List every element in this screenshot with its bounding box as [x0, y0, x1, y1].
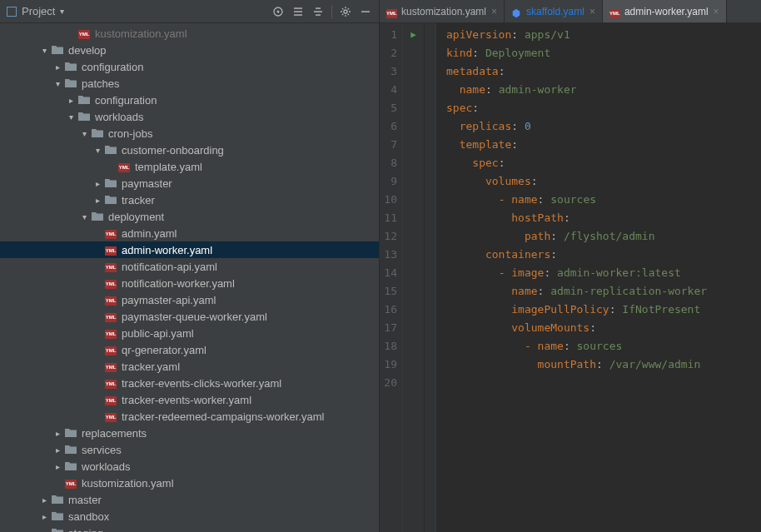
skaffold-icon	[511, 7, 521, 16]
twisty-icon[interactable]: ▸	[53, 462, 62, 470]
twisty-icon[interactable]: ▸	[40, 495, 48, 504]
tree-file[interactable]: YMLtemplate.yaml	[0, 158, 379, 175]
code-line[interactable]: spec:	[446, 99, 761, 117]
project-tool-window-button[interactable]: Project ▾	[7, 5, 64, 17]
tree-file[interactable]: YMLqr-generator.yaml	[0, 341, 379, 358]
editor-tab[interactable]: YMLkustomization.yaml×	[380, 0, 505, 22]
tree-folder[interactable]: ▸configuration	[0, 92, 379, 108]
tree-file[interactable]: YMLpaymaster-api.yaml	[0, 291, 379, 308]
yaml-file-icon: YML	[105, 327, 117, 339]
fold-gutter[interactable]	[425, 23, 436, 532]
code-line[interactable]: name: admin-replication-worker	[446, 282, 761, 301]
code-line[interactable]: imagePullPolicy: IfNotPresent	[446, 301, 761, 319]
yaml-file-icon: YML	[65, 477, 77, 489]
tree-item-label: staging	[68, 527, 103, 533]
tree-folder[interactable]: ▸services	[0, 441, 379, 458]
yaml-file-icon: YML	[105, 360, 117, 372]
code-content[interactable]: apiVersion: apps/v1kind: Deploymentmetad…	[436, 23, 761, 532]
tree-item-label: deployment	[108, 211, 164, 223]
tree-file[interactable]: YMLadmin.yaml	[0, 225, 379, 241]
code-line[interactable]: spec:	[446, 154, 761, 172]
code-line[interactable]: - name: sources	[446, 191, 761, 209]
tree-folder[interactable]: ▸tracker	[0, 191, 379, 208]
tree-file[interactable]: YMLnotification-worker.yaml	[0, 275, 379, 291]
run-icon[interactable]: ▶	[403, 26, 424, 44]
twisty-icon[interactable]: ▾	[93, 146, 102, 154]
tree-folder[interactable]: ▸master	[0, 491, 379, 508]
editor-tab[interactable]: skaffold.yaml×	[505, 0, 603, 22]
close-icon[interactable]: ×	[714, 6, 719, 17]
tree-folder[interactable]: ▾develop	[0, 42, 379, 58]
code-line[interactable]: replicas: 0	[446, 117, 761, 136]
project-tree[interactable]: YMLkustomization.yaml▾develop▸configurat…	[0, 23, 379, 532]
folder-icon	[65, 460, 77, 472]
tree-file[interactable]: YMLtracker-events-worker.yaml	[0, 391, 379, 408]
code-line[interactable]: name: admin-worker	[446, 81, 761, 99]
locate-icon[interactable]	[271, 5, 285, 18]
run-gutter[interactable]: ▶	[403, 23, 425, 532]
tree-item-label: admin-worker.yaml	[122, 244, 212, 256]
tree-folder[interactable]: ▾deployment	[0, 208, 379, 225]
code-line[interactable]: mountPath: /var/www/admin	[446, 355, 761, 374]
tree-file[interactable]: YMLnotification-api.yaml	[0, 258, 379, 275]
yaml-file-icon: YML	[105, 261, 117, 272]
twisty-icon[interactable]: ▾	[67, 112, 75, 121]
tree-file[interactable]: YMLtracker.yaml	[0, 358, 379, 375]
twisty-icon[interactable]: ▸	[53, 445, 62, 454]
twisty-icon[interactable]: ▾	[53, 79, 62, 87]
tree-folder[interactable]: ▾customer-onboarding	[0, 142, 379, 158]
tree-file[interactable]: YMLkustomization.yaml	[0, 475, 379, 491]
expand-all-icon[interactable]	[291, 5, 305, 18]
code-line[interactable]: path: /flyshot/admin	[446, 227, 761, 246]
tree-folder[interactable]: ▾patches	[0, 75, 379, 92]
twisty-icon[interactable]: ▾	[80, 129, 88, 137]
tree-item-label: qr-generator.yaml	[122, 344, 206, 356]
project-sidebar: Project ▾ YMLkustomization.yaml▾develop▸…	[0, 0, 380, 532]
code-line[interactable]: hostPath:	[446, 209, 761, 227]
tree-folder[interactable]: ▾workloads	[0, 108, 379, 125]
tree-file[interactable]: YMLpaymaster-queue-worker.yaml	[0, 308, 379, 325]
tree-folder[interactable]: ▸sandbox	[0, 508, 379, 525]
editor-tab[interactable]: YMLadmin-worker.yaml×	[603, 0, 727, 22]
code-line[interactable]: kind: Deployment	[446, 44, 761, 62]
code-line[interactable]: - image: admin-worker:latest	[446, 264, 761, 282]
tree-item-label: workloads	[82, 460, 131, 473]
tree-file[interactable]: YMLadmin-worker.yaml	[0, 241, 379, 258]
hide-icon[interactable]	[359, 5, 372, 18]
code-editor[interactable]: 1234567891011121314151617181920 ▶ apiVer…	[380, 23, 761, 532]
tree-file[interactable]: YMLtracker-redeemed-campaigns-worker.yam…	[0, 408, 379, 425]
tree-folder[interactable]: ▾cron-jobs	[0, 125, 379, 142]
tree-folder[interactable]: ▸workloads	[0, 458, 379, 475]
collapse-all-icon[interactable]	[311, 5, 325, 18]
tree-file[interactable]: YMLtracker-events-clicks-worker.yaml	[0, 375, 379, 391]
twisty-icon[interactable]: ▸	[93, 196, 102, 204]
twisty-icon[interactable]: ▾	[40, 46, 48, 54]
code-line[interactable]: apiVersion: apps/v1	[446, 26, 761, 44]
close-icon[interactable]: ×	[491, 6, 497, 17]
tree-folder[interactable]: ▸replacements	[0, 425, 379, 441]
tree-file[interactable]: YMLkustomization.yaml	[0, 25, 379, 42]
twisty-icon[interactable]: ▸	[40, 512, 48, 520]
code-line[interactable]: - name: sources	[446, 337, 761, 355]
tree-folder[interactable]: ▸configuration	[0, 58, 379, 75]
tree-item-label: tracker-events-clicks-worker.yaml	[122, 377, 281, 390]
twisty-icon[interactable]: ▸	[40, 529, 48, 532]
code-line[interactable]: metadata:	[446, 62, 761, 81]
code-line[interactable]: volumes:	[446, 172, 761, 191]
twisty-icon[interactable]: ▸	[67, 96, 75, 104]
code-line[interactable]: containers:	[446, 246, 761, 264]
code-line[interactable]	[446, 374, 761, 392]
twisty-icon[interactable]: ▸	[93, 179, 102, 187]
tab-label: kustomization.yaml	[401, 6, 486, 17]
code-line[interactable]: volumeMounts:	[446, 319, 761, 337]
twisty-icon[interactable]: ▾	[80, 212, 88, 221]
gear-icon[interactable]	[339, 5, 352, 18]
tree-folder[interactable]: ▸paymaster	[0, 175, 379, 191]
twisty-icon[interactable]: ▸	[53, 429, 62, 437]
code-line[interactable]: template:	[446, 136, 761, 154]
twisty-icon[interactable]: ▸	[53, 62, 62, 71]
tree-file[interactable]: YMLpublic-api.yaml	[0, 325, 379, 341]
tree-folder[interactable]: ▸staging	[0, 525, 379, 532]
tree-item-label: develop	[68, 44, 107, 57]
close-icon[interactable]: ×	[589, 6, 595, 17]
